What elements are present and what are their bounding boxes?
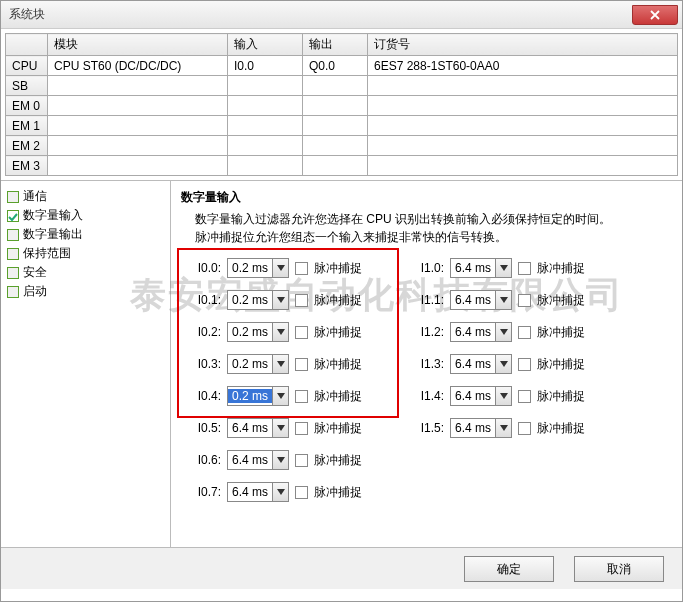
table-row[interactable]: EM 3 xyxy=(6,156,678,176)
combo-value: 6.4 ms xyxy=(228,421,272,435)
pulse-capture-checkbox[interactable] xyxy=(295,454,308,467)
pulse-capture-checkbox[interactable] xyxy=(295,294,308,307)
chevron-down-icon[interactable] xyxy=(495,291,511,309)
chevron-down-icon[interactable] xyxy=(495,323,511,341)
io-label: I1.4: xyxy=(412,389,444,403)
chevron-down-icon[interactable] xyxy=(272,387,288,405)
filter-time-select[interactable]: 0.2 ms xyxy=(227,290,289,310)
content-description: 数字量输入过滤器允许您选择在 CPU 识别出转换前输入必须保持恒定的时间。 脉冲… xyxy=(181,210,672,246)
pulse-capture-checkbox[interactable] xyxy=(518,422,531,435)
table-row[interactable]: EM 0 xyxy=(6,96,678,116)
io-row: I0.4:0.2 ms脉冲捕捉 xyxy=(189,386,362,406)
sidebar-item[interactable]: 通信 xyxy=(7,187,164,206)
pulse-capture-checkbox[interactable] xyxy=(295,390,308,403)
module-table: 模块 输入 输出 订货号 CPU CPU ST60 (DC/DC/DC) I0.… xyxy=(5,33,678,176)
pulse-capture-checkbox[interactable] xyxy=(295,262,308,275)
cell-module[interactable] xyxy=(48,136,228,156)
cell-module[interactable] xyxy=(48,156,228,176)
pulse-capture-label: 脉冲捕捉 xyxy=(537,388,585,405)
cell-input: I0.0 xyxy=(228,56,303,76)
chevron-down-icon[interactable] xyxy=(272,483,288,501)
pulse-capture-checkbox[interactable] xyxy=(518,326,531,339)
sidebar-item[interactable]: 数字量输入 xyxy=(7,206,164,225)
io-row: I0.3:0.2 ms脉冲捕捉 xyxy=(189,354,362,374)
pulse-capture-checkbox[interactable] xyxy=(295,326,308,339)
cell-module[interactable] xyxy=(48,76,228,96)
pulse-capture-checkbox[interactable] xyxy=(518,390,531,403)
table-row[interactable]: SB xyxy=(6,76,678,96)
sidebar-item[interactable]: 数字量输出 xyxy=(7,225,164,244)
table-row[interactable]: CPU CPU ST60 (DC/DC/DC) I0.0 Q0.0 6ES7 2… xyxy=(6,56,678,76)
io-label: I1.1: xyxy=(412,293,444,307)
pulse-capture-checkbox[interactable] xyxy=(295,358,308,371)
combo-value: 0.2 ms xyxy=(228,325,272,339)
filter-time-select[interactable]: 0.2 ms xyxy=(227,386,289,406)
filter-time-select[interactable]: 0.2 ms xyxy=(227,354,289,374)
col-header-output: 输出 xyxy=(303,34,368,56)
col-header-module: 模块 xyxy=(48,34,228,56)
filter-time-select[interactable]: 6.4 ms xyxy=(450,354,512,374)
col-header-order: 订货号 xyxy=(368,34,678,56)
close-button[interactable] xyxy=(632,5,678,25)
io-row: I0.2:0.2 ms脉冲捕捉 xyxy=(189,322,362,342)
pulse-capture-label: 脉冲捕捉 xyxy=(314,452,362,469)
tree-icon xyxy=(7,267,19,279)
table-row[interactable]: EM 2 xyxy=(6,136,678,156)
combo-value: 0.2 ms xyxy=(228,261,272,275)
pulse-capture-checkbox[interactable] xyxy=(518,262,531,275)
io-column-left: I0.0:0.2 ms脉冲捕捉I0.1:0.2 ms脉冲捕捉I0.2:0.2 m… xyxy=(189,258,362,502)
chevron-down-icon[interactable] xyxy=(272,355,288,373)
io-row: I0.6:6.4 ms脉冲捕捉 xyxy=(189,450,362,470)
chevron-down-icon[interactable] xyxy=(272,419,288,437)
chevron-down-icon[interactable] xyxy=(495,419,511,437)
sidebar-item-label: 通信 xyxy=(23,188,47,205)
col-header-blank xyxy=(6,34,48,56)
pulse-capture-checkbox[interactable] xyxy=(295,422,308,435)
pulse-capture-checkbox[interactable] xyxy=(518,358,531,371)
filter-time-select[interactable]: 6.4 ms xyxy=(227,450,289,470)
ok-button[interactable]: 确定 xyxy=(464,556,554,582)
pulse-capture-checkbox[interactable] xyxy=(295,486,308,499)
tree-icon xyxy=(7,191,19,203)
filter-time-select[interactable]: 6.4 ms xyxy=(450,322,512,342)
pulse-capture-label: 脉冲捕捉 xyxy=(314,388,362,405)
sidebar-item-label: 安全 xyxy=(23,264,47,281)
chevron-down-icon[interactable] xyxy=(272,259,288,277)
filter-time-select[interactable]: 6.4 ms xyxy=(450,258,512,278)
chevron-down-icon[interactable] xyxy=(495,387,511,405)
filter-time-select[interactable]: 6.4 ms xyxy=(450,418,512,438)
row-slot: EM 2 xyxy=(6,136,48,156)
filter-time-select[interactable]: 6.4 ms xyxy=(227,482,289,502)
window-title: 系统块 xyxy=(9,6,45,23)
content-heading: 数字量输入 xyxy=(181,189,672,206)
filter-time-select[interactable]: 0.2 ms xyxy=(227,258,289,278)
io-row: I1.0:6.4 ms脉冲捕捉 xyxy=(412,258,585,278)
sidebar-item[interactable]: 保持范围 xyxy=(7,244,164,263)
chevron-down-icon[interactable] xyxy=(272,323,288,341)
chevron-down-icon[interactable] xyxy=(495,259,511,277)
io-label: I0.1: xyxy=(189,293,221,307)
table-row[interactable]: EM 1 xyxy=(6,116,678,136)
io-row: I1.2:6.4 ms脉冲捕捉 xyxy=(412,322,585,342)
chevron-down-icon[interactable] xyxy=(495,355,511,373)
chevron-down-icon[interactable] xyxy=(272,291,288,309)
pulse-capture-checkbox[interactable] xyxy=(518,294,531,307)
sidebar-item[interactable]: 安全 xyxy=(7,263,164,282)
chevron-down-icon[interactable] xyxy=(272,451,288,469)
desc-line-1: 数字量输入过滤器允许您选择在 CPU 识别出转换前输入必须保持恒定的时间。 xyxy=(195,210,672,228)
io-label: I0.3: xyxy=(189,357,221,371)
cell-module[interactable]: CPU ST60 (DC/DC/DC) xyxy=(48,56,228,76)
combo-value: 6.4 ms xyxy=(228,485,272,499)
filter-time-select[interactable]: 6.4 ms xyxy=(227,418,289,438)
cell-module[interactable] xyxy=(48,116,228,136)
cell-output: Q0.0 xyxy=(303,56,368,76)
pulse-capture-label: 脉冲捕捉 xyxy=(314,484,362,501)
filter-time-select[interactable]: 6.4 ms xyxy=(450,290,512,310)
cancel-button[interactable]: 取消 xyxy=(574,556,664,582)
filter-time-select[interactable]: 6.4 ms xyxy=(450,386,512,406)
sidebar-item-label: 数字量输入 xyxy=(23,207,83,224)
sidebar-item[interactable]: 启动 xyxy=(7,282,164,301)
cell-module[interactable] xyxy=(48,96,228,116)
io-label: I0.6: xyxy=(189,453,221,467)
filter-time-select[interactable]: 0.2 ms xyxy=(227,322,289,342)
